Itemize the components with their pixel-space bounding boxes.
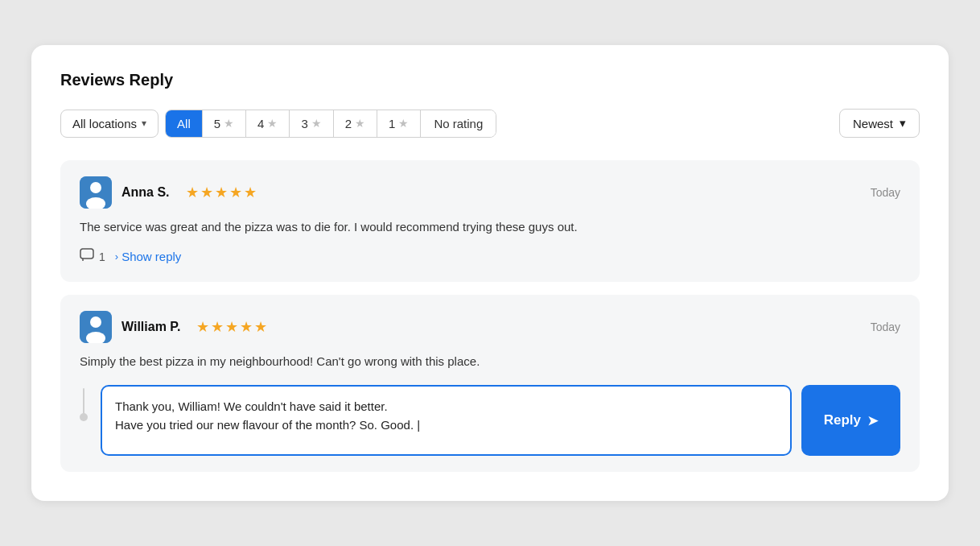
star-2-2: ★ — [211, 318, 224, 336]
reviews-reply-container: Reviews Reply All locations ▾ All 5 ★ 4 … — [31, 45, 949, 501]
star-2-4: ★ — [240, 318, 253, 336]
stars-1: ★ ★ ★ ★ ★ — [186, 184, 257, 201]
rating-btn-2[interactable]: 2 ★ — [334, 110, 377, 137]
star-2-3: ★ — [225, 318, 238, 336]
location-chevron-icon: ▾ — [142, 118, 146, 129]
rating-all-label: All — [177, 117, 191, 130]
stars-2: ★ ★ ★ ★ ★ — [196, 318, 267, 336]
rating-1-star-icon: ★ — [398, 117, 409, 130]
review-text-1: The service was great and the pizza was … — [80, 218, 900, 237]
comment-count-wrap-1: 1 — [80, 248, 105, 266]
rating-btn-1[interactable]: 1 ★ — [377, 110, 421, 137]
reply-line — [83, 388, 84, 414]
sort-chevron-icon: ▾ — [900, 116, 906, 130]
avatar-icon-2 — [80, 311, 112, 343]
review-card-2: William P. ★ ★ ★ ★ ★ Today Simply the be… — [60, 295, 920, 473]
reviewer-info-1: Anna S. ★ ★ ★ ★ ★ — [80, 176, 257, 209]
send-icon: ➤ — [867, 413, 878, 428]
filters-row: All locations ▾ All 5 ★ 4 ★ 3 ★ 2 ★ — [60, 109, 920, 138]
reply-dot — [80, 413, 88, 421]
svg-point-1 — [90, 182, 101, 193]
show-reply-chevron-icon-1: › — [115, 250, 118, 263]
review-header-2: William P. ★ ★ ★ ★ ★ Today — [80, 311, 900, 343]
review-header-1: Anna S. ★ ★ ★ ★ ★ Today — [80, 176, 900, 209]
page-title: Reviews Reply — [60, 71, 920, 89]
avatar-2 — [80, 311, 112, 343]
star-1-4: ★ — [229, 184, 242, 201]
no-rating-btn[interactable]: No rating — [421, 110, 496, 137]
reviews-list: Anna S. ★ ★ ★ ★ ★ Today The service was … — [60, 160, 920, 472]
reviewer-name-1: Anna S. — [121, 185, 170, 200]
reply-button-label: Reply — [824, 412, 861, 428]
location-label: All locations — [72, 117, 137, 130]
star-2-5: ★ — [254, 318, 267, 336]
show-reply-label-1: Show reply — [121, 250, 181, 263]
sort-label: Newest — [853, 117, 893, 130]
show-reply-button-1[interactable]: › Show reply — [115, 250, 182, 263]
reply-connector — [80, 385, 88, 421]
review-text-2: Simply the best pizza in my neighbourhoo… — [80, 353, 900, 371]
star-1-5: ★ — [244, 184, 257, 201]
rating-filters: All 5 ★ 4 ★ 3 ★ 2 ★ 1 ★ No r — [165, 110, 496, 138]
rating-btn-5[interactable]: 5 ★ — [203, 110, 246, 137]
reviewer-name-2: William P. — [121, 320, 180, 334]
review-date-1: Today — [871, 186, 900, 199]
comment-count-1: 1 — [99, 250, 105, 263]
reply-textarea[interactable]: Thank you, William! We couldn't have sai… — [101, 385, 792, 456]
star-2-1: ★ — [196, 318, 209, 336]
sort-dropdown[interactable]: Newest ▾ — [839, 109, 920, 138]
location-dropdown[interactable]: All locations ▾ — [60, 110, 159, 138]
reviewer-info-2: William P. ★ ★ ★ ★ ★ — [80, 311, 267, 343]
review-footer-1: 1 › Show reply — [80, 248, 900, 266]
rating-btn-4[interactable]: 4 ★ — [246, 110, 290, 137]
rating-btn-all[interactable]: All — [166, 110, 203, 137]
svg-point-5 — [90, 316, 101, 328]
star-1-3: ★ — [215, 184, 228, 201]
rating-3-star-icon: ★ — [311, 117, 322, 130]
rating-3-label: 3 — [301, 117, 307, 130]
star-1-2: ★ — [200, 184, 213, 201]
rating-4-star-icon: ★ — [267, 117, 278, 130]
review-date-2: Today — [871, 321, 900, 333]
rating-btn-3[interactable]: 3 ★ — [290, 110, 333, 137]
svg-rect-3 — [80, 249, 93, 259]
review-card-1: Anna S. ★ ★ ★ ★ ★ Today The service was … — [60, 160, 920, 282]
avatar-1 — [80, 176, 112, 209]
reply-button[interactable]: Reply ➤ — [801, 385, 900, 456]
comment-icon-1 — [80, 248, 94, 266]
rating-5-star-icon: ★ — [224, 117, 234, 130]
rating-1-label: 1 — [389, 117, 395, 130]
rating-5-label: 5 — [214, 117, 220, 130]
avatar-icon-1 — [80, 176, 112, 209]
reply-input-wrap: Thank you, William! We couldn't have sai… — [101, 385, 900, 456]
rating-4-label: 4 — [257, 117, 264, 130]
rating-2-label: 2 — [345, 117, 352, 130]
reply-section-2: Thank you, William! We couldn't have sai… — [80, 382, 900, 456]
no-rating-label: No rating — [434, 117, 483, 130]
rating-2-star-icon: ★ — [355, 117, 365, 130]
star-1-1: ★ — [186, 184, 199, 201]
